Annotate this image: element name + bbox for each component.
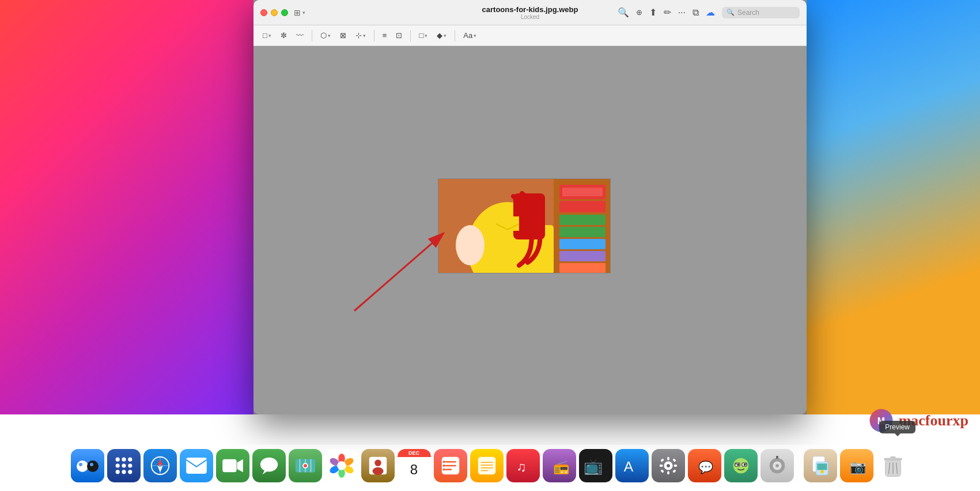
preview-image <box>438 178 611 273</box>
svg-point-13 <box>456 225 485 265</box>
svg-rect-37 <box>186 458 207 474</box>
dock-item-appletv[interactable]: 📺 <box>579 449 612 482</box>
svg-rect-3 <box>562 188 603 196</box>
svg-point-31 <box>128 470 132 474</box>
dock-item-feedback[interactable]: 💬 <box>688 449 721 482</box>
svg-rect-76 <box>667 471 669 475</box>
dock-item-mail[interactable] <box>180 449 213 482</box>
adjust-tool-button[interactable]: ⊹ ▾ <box>352 29 369 42</box>
sidebar-icon: ⊞ <box>294 8 301 17</box>
share-button[interactable]: ⬆ <box>649 7 657 18</box>
shapes-icon: ⬡ <box>320 31 327 40</box>
text-tool-button[interactable]: Aa ▾ <box>460 29 480 42</box>
annotate-button[interactable]: ✏ <box>664 7 671 18</box>
dock-item-photos[interactable] <box>325 449 358 482</box>
dock-item-appstore[interactable]: A <box>615 449 649 482</box>
dock-item-contacts[interactable] <box>361 449 395 482</box>
rect-dropdown-icon: ▾ <box>268 33 271 39</box>
dock: DEC 8 <box>0 439 980 488</box>
adjust-dropdown-icon: ▾ <box>363 33 366 39</box>
maximize-button[interactable] <box>281 9 288 16</box>
sidebar-chevron-icon: ▾ <box>302 10 305 16</box>
color-tool-button[interactable]: ◆ ▾ <box>433 29 450 42</box>
svg-point-29 <box>115 470 119 474</box>
dock-item-reminders[interactable] <box>434 449 467 482</box>
dock-item-podcasts[interactable]: 📻 <box>543 449 576 482</box>
border-tool-button[interactable]: □ ▾ <box>415 29 431 42</box>
preview-tooltip: Preview <box>879 421 915 433</box>
toolbar-separator-1 <box>312 30 312 41</box>
more-options-button[interactable]: ··· <box>678 7 686 18</box>
svg-point-93 <box>775 464 779 467</box>
search-icon: 🔍 <box>727 9 735 16</box>
dock-separator <box>799 453 799 479</box>
dock-item-messages[interactable] <box>252 449 286 482</box>
svg-point-25 <box>128 458 132 462</box>
size-tool-button[interactable]: ⊡ <box>392 29 406 42</box>
sketch-tool-button[interactable]: 〰 <box>293 29 307 42</box>
text-icon: Aa <box>463 31 472 40</box>
icloud-button[interactable]: ☁ <box>706 7 715 18</box>
svg-marker-41 <box>262 470 268 475</box>
toolbar-separator-3 <box>410 30 411 41</box>
window-locked-label: Locked <box>482 14 578 20</box>
calendar-month: DEC <box>398 449 431 457</box>
select-tool-button[interactable]: ✼ <box>277 29 290 42</box>
shapes-tool-button[interactable]: ⬡ ▾ <box>317 29 334 42</box>
svg-rect-81 <box>660 469 664 473</box>
align-icon: ≡ <box>383 31 387 40</box>
svg-rect-75 <box>667 457 669 460</box>
align-tool-button[interactable]: ≡ <box>379 29 391 42</box>
minimize-button[interactable] <box>271 9 278 16</box>
svg-rect-94 <box>776 456 778 459</box>
dock-item-calendar[interactable]: DEC 8 <box>398 449 431 482</box>
dock-item-finder[interactable] <box>71 449 104 482</box>
title-bar: ⊞ ▾ cartoons-for-kids.jpg.webp Locked 🔍 … <box>253 0 807 25</box>
dock-item-trash[interactable] <box>876 449 910 482</box>
border-icon: □ <box>419 31 423 40</box>
zoom-in-button[interactable]: ⊕ <box>636 8 642 17</box>
dock-item-safari[interactable] <box>143 449 177 482</box>
toolbar-separator-4 <box>455 30 455 41</box>
svg-point-54 <box>374 460 381 466</box>
dock-item-preview[interactable] <box>804 449 837 482</box>
dock-item-notes[interactable] <box>470 449 504 482</box>
dock-item-unknown1[interactable] <box>724 449 758 482</box>
dock-item-maps[interactable] <box>289 449 322 482</box>
svg-rect-80 <box>672 458 676 462</box>
dock-item-disk-utility[interactable] <box>760 449 794 482</box>
svg-rect-6 <box>559 227 606 237</box>
close-button[interactable] <box>260 9 267 16</box>
svg-rect-97 <box>817 463 827 470</box>
dock-item-music[interactable]: ♫ <box>506 449 540 482</box>
dock-item-image-capture[interactable]: 📷 <box>840 449 873 482</box>
svg-point-22 <box>90 463 93 466</box>
crop-tool-button[interactable]: ⊠ <box>336 29 350 42</box>
svg-point-62 <box>442 469 445 471</box>
dock-item-launchpad[interactable] <box>107 449 141 482</box>
svg-marker-39 <box>237 459 243 473</box>
svg-point-55 <box>372 467 383 475</box>
svg-point-98 <box>820 470 824 474</box>
wallpaper-right <box>801 0 980 414</box>
rect-tool-button[interactable]: □ ▾ <box>259 29 275 42</box>
svg-text:📺: 📺 <box>584 457 603 475</box>
svg-rect-38 <box>222 459 236 473</box>
sidebar-toggle-button[interactable]: ⊞ ▾ <box>294 8 305 17</box>
svg-text:A: A <box>623 459 633 474</box>
dock-item-facetime[interactable] <box>216 449 249 482</box>
svg-point-60 <box>442 460 445 463</box>
pip-button[interactable]: ⧉ <box>693 7 699 18</box>
svg-rect-79 <box>660 458 664 462</box>
svg-rect-14 <box>496 216 519 231</box>
shapes-dropdown-icon: ▾ <box>328 33 331 39</box>
traffic-lights <box>260 9 288 16</box>
sketch-icon: 〰 <box>296 31 304 40</box>
search-input[interactable] <box>737 9 795 17</box>
zoom-out-button[interactable]: 🔍 <box>618 7 629 18</box>
dock-item-system-preferences[interactable] <box>652 449 685 482</box>
svg-text:📷: 📷 <box>849 459 866 475</box>
text-dropdown-icon: ▾ <box>474 33 476 39</box>
svg-text:💬: 💬 <box>698 460 713 475</box>
search-box: 🔍 <box>722 7 800 18</box>
